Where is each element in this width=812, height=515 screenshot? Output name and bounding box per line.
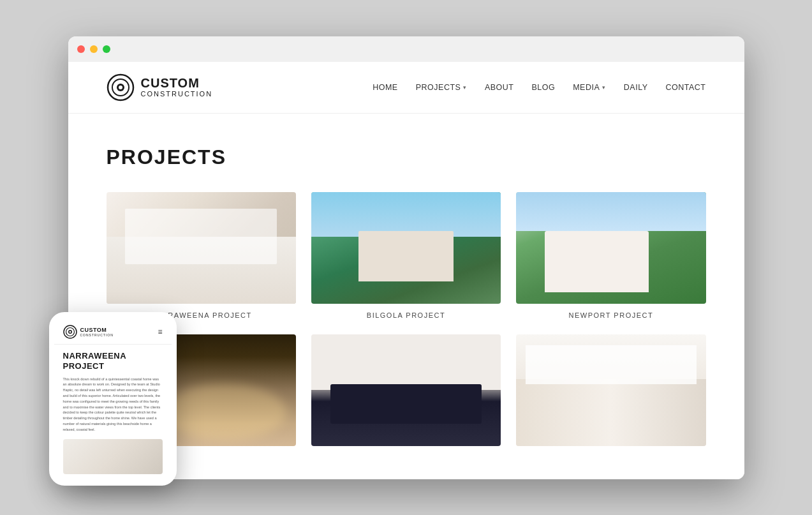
mobile-thumbnail	[63, 439, 163, 474]
browser-toolbar	[68, 36, 744, 62]
mobile-device: CUSTOM CONSTRUCTION ≡ NARRAWEENAPROJECT …	[49, 312, 177, 485]
browser-dot-red[interactable]	[77, 45, 85, 53]
project-image-bilgola	[311, 192, 501, 304]
nav-contact[interactable]: CONTACT	[666, 83, 706, 92]
project-card-kitchen[interactable]	[516, 334, 705, 454]
svg-point-8	[69, 331, 71, 333]
project-image-kitchen	[516, 334, 705, 446]
page-title: PROJECTS	[107, 146, 706, 169]
project-image-living	[311, 334, 501, 446]
mobile-logo-icon	[63, 325, 77, 339]
nav-media[interactable]: MEDIA ▾	[573, 83, 606, 92]
logo-text: CUSTOM CONSTRUCTION	[141, 76, 213, 98]
nav-about[interactable]: ABOUT	[485, 83, 514, 92]
project-image-newport	[516, 192, 705, 304]
project-image-narraweena	[107, 192, 296, 304]
project-card-living[interactable]	[311, 334, 501, 454]
logo-construction-text: CONSTRUCTION	[141, 90, 213, 98]
svg-text:C: C	[119, 85, 122, 89]
logo-icon: C	[107, 73, 135, 101]
nav-daily[interactable]: DAILY	[624, 83, 648, 92]
nav-blog[interactable]: BLOG	[531, 83, 555, 92]
browser-dot-yellow[interactable]	[90, 45, 98, 53]
projects-grid: NARRAWEENA PROJECT BILGOLA PROJECT NEWPO…	[107, 192, 706, 454]
mobile-description: This knock down rebuild of a quintessent…	[63, 377, 163, 433]
hamburger-icon[interactable]: ≡	[158, 327, 162, 336]
project-card-narraweena[interactable]: NARRAWEENA PROJECT	[107, 192, 296, 319]
mobile-logo-construction: CONSTRUCTION	[80, 334, 114, 338]
nav-projects[interactable]: PROJECTS ▾	[416, 83, 467, 92]
mobile-logo: CUSTOM CONSTRUCTION	[63, 325, 114, 339]
project-card-bilgola[interactable]: BILGOLA PROJECT	[311, 192, 501, 319]
nav-home[interactable]: HOME	[373, 83, 398, 92]
project-label-bilgola: BILGOLA PROJECT	[311, 311, 501, 319]
projects-chevron: ▾	[463, 84, 467, 91]
mobile-page-title: NARRAWEENAPROJECT	[63, 351, 163, 371]
logo-area[interactable]: C CUSTOM CONSTRUCTION	[107, 73, 213, 101]
mobile-logo-text: CUSTOM CONSTRUCTION	[80, 327, 114, 337]
logo-custom-text: CUSTOM	[141, 76, 213, 90]
site-nav: HOME PROJECTS ▾ ABOUT BLOG MEDIA ▾ DAILY…	[373, 83, 705, 92]
site-header: C CUSTOM CONSTRUCTION HOME PROJECTS ▾ AB…	[68, 62, 744, 114]
project-card-newport[interactable]: NEWPORT PROJECT	[516, 192, 705, 319]
mobile-content: NARRAWEENAPROJECT This knock down rebuil…	[54, 345, 172, 480]
media-chevron: ▾	[602, 84, 606, 91]
mobile-inner: CUSTOM CONSTRUCTION ≡ NARRAWEENAPROJECT …	[54, 317, 172, 480]
project-label-newport: NEWPORT PROJECT	[516, 311, 705, 319]
mobile-header: CUSTOM CONSTRUCTION ≡	[54, 317, 172, 345]
browser-dot-green[interactable]	[103, 45, 110, 53]
